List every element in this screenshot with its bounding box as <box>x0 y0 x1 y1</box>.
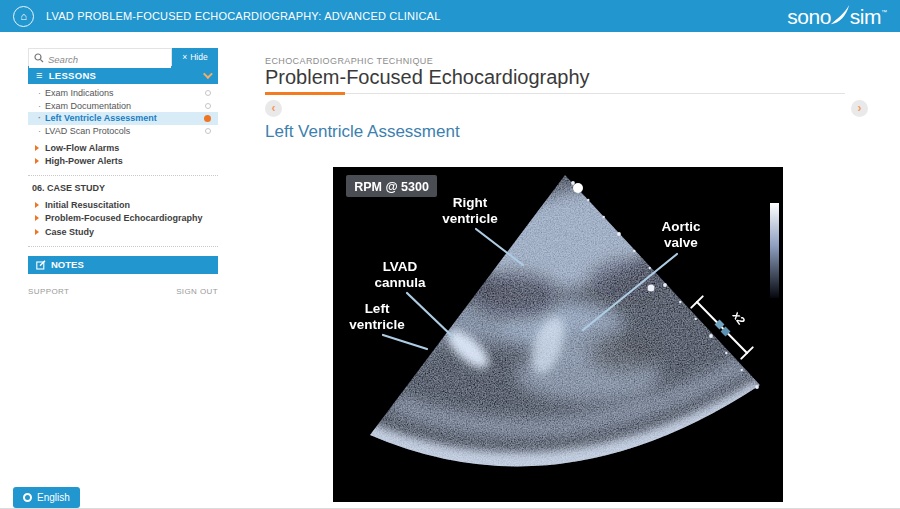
svg-text:ventricle: ventricle <box>349 317 405 332</box>
module-label: Low-Flow Alarms <box>45 143 119 153</box>
module-label: High-Power Alerts <box>45 156 123 166</box>
top-bar: ⌂ LVAD PROBLEM-FOCUSED ECHOCARDIOGRAPHY:… <box>0 0 900 32</box>
globe-icon <box>23 493 32 502</box>
ultrasound-image: x2 RPM @ 5300 Right ventricle Aortic val… <box>333 167 783 502</box>
lessons-section-header[interactable]: ≡ LESSONS <box>28 66 218 84</box>
logo-trademark: ™ <box>881 9 887 15</box>
close-icon: × <box>182 52 187 62</box>
page-title: Problem-Focused Echocardiography <box>265 66 590 89</box>
sidebar-item-high-power-alerts[interactable]: High-Power Alerts <box>28 155 218 169</box>
triangle-bullet-icon <box>35 229 39 235</box>
sonosim-logo: sono sim ™ <box>787 4 887 28</box>
module-label: Problem-Focused Echocardiography <box>45 213 203 223</box>
lesson-label: Exam Documentation <box>45 101 131 111</box>
svg-text:ventricle: ventricle <box>442 211 498 226</box>
slide-title: Left Ventricle Assessment <box>265 122 460 142</box>
svg-text:Left: Left <box>365 301 390 316</box>
language-label: English <box>37 492 70 503</box>
slide-navigation: ‹ › <box>265 100 868 117</box>
home-icon[interactable]: ⌂ <box>13 6 34 27</box>
rpm-value: RPM @ 5300 <box>354 180 429 194</box>
notes-label: NOTES <box>51 259 84 270</box>
bullet: · <box>38 126 41 136</box>
gain-scale-bar <box>770 203 779 298</box>
sidebar-item-low-flow-alarms[interactable]: Low-Flow Alarms <box>28 141 218 155</box>
status-circle-icon <box>205 90 211 96</box>
svg-text:Right: Right <box>453 195 488 210</box>
sidebar: × Hide ≡ LESSONS · Exam Indications · Ex… <box>28 48 218 296</box>
progress-bar <box>265 92 845 95</box>
divider <box>28 175 218 176</box>
search-icon <box>34 53 44 63</box>
app-window: ⌂ LVAD PROBLEM-FOCUSED ECHOCARDIOGRAPHY:… <box>0 0 900 509</box>
logo-text-sim: sim <box>850 6 881 27</box>
lessons-header-label: LESSONS <box>49 70 97 81</box>
search-box <box>28 48 172 66</box>
lesson-label: Exam Indications <box>45 88 114 98</box>
sidebar-search-row: × Hide <box>28 48 218 66</box>
sidebar-footer: SUPPORT SIGN OUT <box>28 287 218 296</box>
triangle-bullet-icon <box>35 145 39 151</box>
triangle-bullet-icon <box>35 202 39 208</box>
course-title: LVAD PROBLEM-FOCUSED ECHOCARDIOGRAPHY: A… <box>46 10 440 22</box>
svg-text:Aortic: Aortic <box>661 219 700 234</box>
previous-slide-button[interactable]: ‹ <box>265 100 282 117</box>
search-input[interactable] <box>29 51 171 68</box>
sign-out-link[interactable]: SIGN OUT <box>176 287 218 296</box>
sidebar-item-left-ventricle-assessment[interactable]: · Left Ventricle Assessment <box>28 112 218 125</box>
case-study-header: 06. CASE STUDY <box>28 183 218 193</box>
logo-text-sono: sono <box>787 6 831 27</box>
divider <box>28 246 218 247</box>
bullet: · <box>38 88 41 98</box>
sidebar-item-lvad-scan-protocols[interactable]: · LVAD Scan Protocols <box>28 125 218 138</box>
support-link[interactable]: SUPPORT <box>28 287 69 296</box>
bullet: · <box>38 113 41 123</box>
sidebar-item-problem-focused-echocardiography[interactable]: Problem-Focused Echocardiography <box>28 212 218 226</box>
hide-label: Hide <box>190 52 207 62</box>
svg-text:valve: valve <box>664 235 698 250</box>
status-circle-icon <box>205 128 211 134</box>
language-button[interactable]: English <box>13 487 80 508</box>
svg-text:LVAD: LVAD <box>383 259 418 274</box>
hide-sidebar-button[interactable]: × Hide <box>172 48 218 66</box>
edit-note-icon <box>36 260 46 270</box>
sidebar-item-exam-indications[interactable]: · Exam Indications <box>28 87 218 100</box>
status-circle-icon <box>204 115 211 122</box>
progress-done <box>265 92 345 95</box>
chevron-down-icon <box>203 69 213 79</box>
module-label: Initial Resuscitation <box>45 200 130 210</box>
section-eyebrow: ECHOCARDIOGRAPHIC TECHNIQUE <box>265 56 433 66</box>
sidebar-item-initial-resuscitation[interactable]: Initial Resuscitation <box>28 198 218 212</box>
bullet: · <box>38 101 41 111</box>
sidebar-item-case-study[interactable]: Case Study <box>28 225 218 239</box>
lesson-label: LVAD Scan Protocols <box>45 126 130 136</box>
list-icon: ≡ <box>36 69 43 81</box>
rpm-readout: RPM @ 5300 <box>346 175 437 197</box>
sidebar-item-exam-documentation[interactable]: · Exam Documentation <box>28 100 218 113</box>
lesson-label: Left Ventricle Assessment <box>45 113 157 123</box>
orientation-marker-dot <box>573 183 583 193</box>
module-label: Case Study <box>45 227 94 237</box>
bright-marker-dot <box>648 285 655 292</box>
triangle-bullet-icon <box>35 158 39 164</box>
logo-swoosh-icon <box>829 4 851 26</box>
triangle-bullet-icon <box>35 215 39 221</box>
progress-remaining <box>345 93 845 94</box>
lesson-list: · Exam Indications · Exam Documentation … <box>28 87 218 137</box>
notes-button[interactable]: NOTES <box>28 256 218 274</box>
next-slide-button[interactable]: › <box>851 100 868 117</box>
svg-text:cannula: cannula <box>374 275 426 290</box>
status-circle-icon <box>205 103 211 109</box>
